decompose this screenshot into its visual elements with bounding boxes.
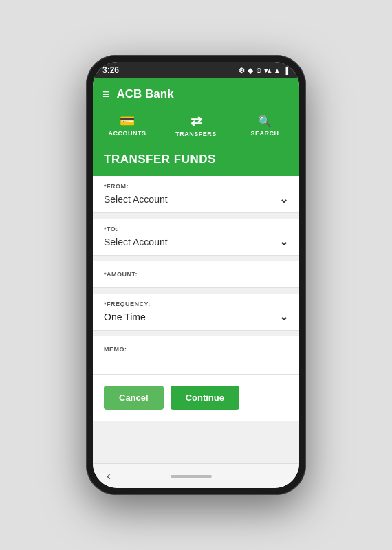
nav-label-accounts: ACCOUNTS	[109, 130, 146, 137]
page-title-bar: TRANSFER FUNDS	[93, 143, 299, 176]
from-label: *FROM:	[104, 183, 288, 190]
frequency-value: One Time	[104, 311, 146, 322]
divider-1	[93, 213, 299, 219]
app-header: ≡ ACB Bank	[93, 78, 299, 110]
to-chevron-icon: ⌄	[279, 235, 288, 248]
status-icons: ⚙ ◆ ⊙ ▾▴ ▲ ▐	[239, 67, 288, 74]
transfers-icon	[190, 113, 202, 129]
page-title: TRANSFER FUNDS	[104, 153, 216, 166]
nav-item-transfers[interactable]: TRANSFERS	[162, 113, 230, 138]
amount-label: *AMOUNT:	[104, 271, 288, 278]
alarm-icon: ◆	[248, 67, 253, 74]
nav-item-accounts[interactable]: ACCOUNTS	[93, 113, 162, 138]
nav-label-transfers: TRANSFERS	[175, 131, 217, 138]
home-indicator	[171, 475, 212, 478]
transfer-form: *FROM: Select Account ⌄ *TO: Select Acco…	[93, 176, 299, 375]
frequency-label: *FREQUENCY:	[104, 300, 288, 307]
phone-frame: 3:26 ⚙ ◆ ⊙ ▾▴ ▲ ▐ ≡ ACB Bank ACCOUNTS T	[86, 55, 306, 495]
nav-label-search: SEARCH	[250, 130, 279, 137]
to-label: *TO:	[104, 226, 288, 232]
bottom-bar: ‹	[93, 463, 299, 488]
battery-icon: ▐	[283, 67, 288, 74]
from-select[interactable]: Select Account ⌄	[104, 192, 288, 206]
menu-icon[interactable]: ≡	[102, 87, 110, 102]
to-value: Select Account	[104, 236, 168, 248]
divider-2	[93, 256, 299, 261]
cancel-button[interactable]: Cancel	[104, 386, 164, 410]
status-bar: 3:26 ⚙ ◆ ⊙ ▾▴ ▲ ▐	[93, 62, 299, 78]
content-area: TRANSFER FUNDS *FROM: Select Account ⌄ *…	[93, 143, 299, 463]
search-icon	[258, 113, 272, 129]
data-icon: ⊙	[256, 67, 261, 74]
divider-3	[93, 288, 299, 294]
to-field[interactable]: *TO: Select Account ⌄	[93, 219, 299, 256]
to-select[interactable]: Select Account ⌄	[104, 235, 288, 248]
status-time: 3:26	[102, 65, 119, 75]
frequency-chevron-icon: ⌄	[279, 310, 288, 323]
accounts-icon	[120, 113, 135, 129]
frequency-field[interactable]: *FREQUENCY: One Time ⌄	[93, 294, 299, 331]
from-field[interactable]: *FROM: Select Account ⌄	[93, 176, 299, 213]
memo-field[interactable]: MEMO:	[93, 336, 299, 375]
action-buttons: Cancel Continue	[93, 375, 299, 421]
memo-label: MEMO:	[104, 346, 288, 353]
settings-icon: ⚙	[239, 67, 245, 74]
amount-field[interactable]: *AMOUNT:	[93, 261, 299, 288]
frequency-select[interactable]: One Time ⌄	[104, 310, 288, 323]
nav-bar: ACCOUNTS TRANSFERS SEARCH	[93, 110, 299, 143]
divider-4	[93, 331, 299, 336]
wifi-icon: ▾▴	[264, 67, 271, 74]
from-value: Select Account	[104, 194, 168, 205]
from-chevron-icon: ⌄	[279, 192, 288, 206]
signal-icon: ▲	[274, 67, 281, 74]
continue-button[interactable]: Continue	[171, 386, 239, 410]
back-icon[interactable]: ‹	[107, 469, 111, 483]
nav-item-search[interactable]: SEARCH	[230, 113, 299, 138]
app-title: ACB Bank	[117, 87, 174, 101]
phone-screen: 3:26 ⚙ ◆ ⊙ ▾▴ ▲ ▐ ≡ ACB Bank ACCOUNTS T	[93, 62, 299, 488]
